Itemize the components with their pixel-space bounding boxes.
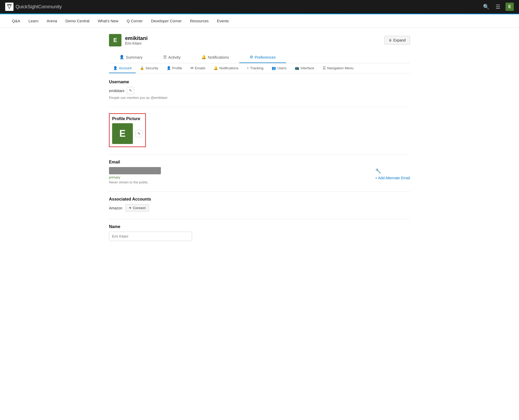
plus-icon: + xyxy=(247,66,249,70)
profile-pic-avatar: E xyxy=(112,123,133,144)
subtab-interface[interactable]: 📺 Interface xyxy=(291,63,318,73)
user-header: E emikitani Emi Kitani ⤋ Expand xyxy=(109,34,410,46)
subtab-notifications-label: Notifications xyxy=(219,66,238,70)
username-value: emikitani xyxy=(109,88,124,93)
tab-notifications-label: Notifications xyxy=(208,55,229,59)
username-row: emikitani ✎ xyxy=(109,87,410,94)
add-alternate-email-link[interactable]: + Add Alternate Email xyxy=(375,176,410,180)
amazon-connect-button[interactable]: ✦ Connect xyxy=(125,204,149,212)
nav-item-events[interactable]: Events xyxy=(213,14,233,27)
assoc-accounts-row: Amazon ✦ Connect xyxy=(109,204,410,212)
subtab-notifications[interactable]: 🔔 Notifications xyxy=(209,63,243,73)
subtab-profile-label: Profile xyxy=(172,66,182,70)
users-icon: 👥 xyxy=(272,66,276,70)
person-icon: 👤 xyxy=(119,55,124,59)
connect-icon: ✦ xyxy=(129,206,132,210)
name-section: Name xyxy=(109,224,410,241)
search-button[interactable]: 🔍 xyxy=(482,3,490,11)
subtab-tracking[interactable]: + Tracking xyxy=(243,63,268,73)
nav-item-q-corner[interactable]: Q Corner xyxy=(122,14,147,27)
main-nav: Q&A Learn Arena Demo Central What's New … xyxy=(0,14,519,28)
user-names: emikitani Emi Kitani xyxy=(125,35,148,45)
email-icon: ✉ xyxy=(190,66,194,70)
subtab-navigation-menu[interactable]: ☰ Navigation Menu xyxy=(318,63,358,73)
notif-bell-icon: 🔔 xyxy=(214,66,218,70)
nav-item-learn[interactable]: Learn xyxy=(24,14,43,27)
associated-accounts-section: Associated Accounts Amazon ✦ Connect xyxy=(109,197,410,212)
tab-preferences-label: Preferences xyxy=(255,55,276,59)
name-section-heading: Name xyxy=(109,224,410,229)
tab-notifications[interactable]: 🔔 Notifications xyxy=(191,52,240,63)
subtab-interface-label: Interface xyxy=(301,66,314,70)
connect-label: Connect xyxy=(133,206,145,210)
email-right: 🔧 + Add Alternate Email xyxy=(375,167,410,180)
nav-item-arena[interactable]: Arena xyxy=(43,14,61,27)
email-primary-label: primary xyxy=(109,175,365,179)
account-person-icon: 👤 xyxy=(113,66,118,70)
subtab-users[interactable]: 👥 Users xyxy=(268,63,291,73)
profile-pic-edit-button[interactable]: ✎ xyxy=(135,130,143,137)
profile-picture-heading: Profile Picture xyxy=(112,116,143,121)
profile-picture-section: Profile Picture E ✎ xyxy=(109,112,410,147)
wrench-icon[interactable]: 🔧 xyxy=(375,168,410,174)
nav-item-demo-central[interactable]: Demo Central xyxy=(61,14,94,27)
user-info: E emikitani Emi Kitani xyxy=(109,34,148,46)
username-edit-button[interactable]: ✎ xyxy=(127,87,134,94)
bell-icon: 🔔 xyxy=(201,55,206,59)
subtab-users-label: Users xyxy=(277,66,286,70)
gear-icon: ⚙ xyxy=(250,55,253,59)
sub-tabs: 👤 Account 🔒 Security 👤 Profile ✉ Emails … xyxy=(109,63,410,73)
tab-activity-label: Activity xyxy=(168,55,181,59)
email-left: primary Never shown to the public. xyxy=(109,167,365,184)
lock-icon: 🔒 xyxy=(140,66,144,70)
name-input[interactable] xyxy=(109,232,192,241)
summary-tabs: 👤 Summary ☰ Activity 🔔 Notifications ⚙ P… xyxy=(109,52,410,63)
username-hint: People can mention you as @emikitani xyxy=(109,96,410,100)
divider-2 xyxy=(109,154,410,155)
associated-accounts-heading: Associated Accounts xyxy=(109,197,410,202)
menu-button[interactable]: ☰ xyxy=(495,3,501,11)
list-icon: ☰ xyxy=(163,55,167,59)
subtab-emails[interactable]: ✉ Emails xyxy=(186,63,210,73)
subtab-account[interactable]: 👤 Account xyxy=(109,63,136,73)
topbar: QuickSightCommunity 🔍 ☰ E xyxy=(0,0,519,13)
tab-preferences[interactable]: ⚙ Preferences xyxy=(239,52,286,63)
top-icons: 🔍 ☰ E xyxy=(482,3,514,11)
subtab-navigation-menu-label: Navigation Menu xyxy=(327,66,353,70)
subtab-profile[interactable]: 👤 Profile xyxy=(162,63,186,73)
username-section-heading: Username xyxy=(109,80,410,84)
divider-1 xyxy=(109,107,410,107)
email-section-heading: Email xyxy=(109,160,410,164)
pic-pencil-icon: ✎ xyxy=(138,132,141,136)
subtab-tracking-label: Tracking xyxy=(250,66,263,70)
email-blurred-value xyxy=(109,167,161,174)
display-name: Emi Kitani xyxy=(125,41,148,45)
pencil-icon: ✎ xyxy=(129,88,132,93)
expand-button[interactable]: ⤋ Expand xyxy=(384,36,410,45)
nav-item-developer-corner[interactable]: Developer Corner xyxy=(147,14,186,27)
nav-menu-icon: ☰ xyxy=(323,66,326,70)
subtab-security[interactable]: 🔒 Security xyxy=(136,63,162,73)
user-avatar-top[interactable]: E xyxy=(506,3,514,11)
subtab-account-label: Account xyxy=(119,66,132,70)
tab-summary[interactable]: 👤 Summary xyxy=(109,52,153,63)
monitor-icon: 📺 xyxy=(295,66,299,70)
subtab-emails-label: Emails xyxy=(195,66,206,70)
user-avatar: E xyxy=(109,34,121,46)
expand-icon: ⤋ xyxy=(389,38,392,42)
email-section: Email primary Never shown to the public.… xyxy=(109,160,410,184)
divider-3 xyxy=(109,191,410,192)
profile-pic-row: E ✎ xyxy=(112,123,143,144)
divider-4 xyxy=(109,219,410,219)
nav-item-resources[interactable]: Resources xyxy=(186,14,213,27)
logo-icon xyxy=(5,3,13,11)
email-hint: Never shown to the public. xyxy=(109,180,365,184)
subtab-security-label: Security xyxy=(146,66,158,70)
nav-item-whats-new[interactable]: What's New xyxy=(94,14,123,27)
email-row-wrapper: primary Never shown to the public. 🔧 + A… xyxy=(109,167,410,184)
profile-picture-box: Profile Picture E ✎ xyxy=(109,113,146,147)
nav-item-qa[interactable]: Q&A xyxy=(8,14,24,27)
logo-area: QuickSightCommunity xyxy=(5,3,480,11)
profile-person-icon: 👤 xyxy=(167,66,171,70)
tab-activity[interactable]: ☰ Activity xyxy=(153,52,191,63)
